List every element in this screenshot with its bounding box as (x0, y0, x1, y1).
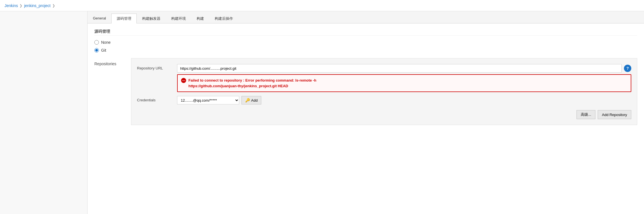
tab-post-build[interactable]: 构建后操作 (209, 14, 238, 23)
breadcrumb: Jenkins ❯ jenkins_project ❯ (5, 3, 55, 8)
add-repository-button[interactable]: Add Repository (598, 110, 631, 119)
radio-git[interactable]: Git (94, 48, 637, 53)
breadcrumb-sep-1: ❯ (19, 4, 22, 8)
url-control-area: ? Failed to connect to repository : Erro… (177, 64, 631, 92)
error-text: Failed to connect to repository : Error … (188, 78, 316, 89)
scm-radio-group: None Git (94, 40, 637, 53)
tab-build-trigger[interactable]: 构建触发器 (137, 14, 166, 23)
top-bar: Jenkins ❯ jenkins_project ❯ (0, 0, 644, 11)
error-icon (181, 78, 186, 83)
credentials-control-area: 12........@qq.com/***** 🔑 Add (177, 96, 631, 104)
key-icon: 🔑 (245, 98, 250, 102)
radio-none-input[interactable] (94, 40, 99, 45)
tab-general[interactable]: General (88, 14, 111, 23)
repositories-label: Repositories (94, 58, 131, 125)
radio-git-label: Git (101, 48, 106, 53)
breadcrumb-project[interactable]: jenkins_project (24, 3, 50, 8)
credentials-select[interactable]: 12........@qq.com/***** (177, 96, 239, 104)
credentials-add-label: Add (251, 98, 258, 102)
sidebar (0, 11, 88, 214)
breadcrumb-sep-2: ❯ (52, 4, 55, 8)
content-area: General 源码管理 构建触发器 构建环境 构建 构建后操作 源码管理 No… (88, 11, 644, 214)
advanced-button[interactable]: 高级... (576, 110, 595, 119)
error-line2: https://github.com/juanjuan-thy/jenkins_… (188, 84, 288, 88)
tab-build-env[interactable]: 构建环境 (166, 14, 191, 23)
tab-build[interactable]: 构建 (191, 14, 209, 23)
repo-panel: Repository URL ? Failed to connect to re… (131, 58, 637, 125)
radio-git-input[interactable] (94, 48, 99, 53)
tabs-bar: General 源码管理 构建触发器 构建环境 构建 构建后操作 (88, 11, 644, 23)
radio-none-label: None (101, 40, 110, 45)
credentials-label: Credentials (137, 96, 174, 102)
repository-url-input[interactable] (177, 64, 622, 73)
credentials-add-button[interactable]: 🔑 Add (242, 96, 261, 104)
credentials-input-row: 12........@qq.com/***** 🔑 Add (177, 96, 631, 104)
section-title: 源码管理 (94, 29, 637, 36)
url-help-button[interactable]: ? (624, 65, 631, 72)
url-input-row: ? (177, 64, 631, 73)
radio-none[interactable]: None (94, 40, 637, 45)
credentials-row-container: Credentials 12........@qq.com/***** 🔑 Ad… (137, 96, 631, 104)
bottom-actions: 高级... Add Repository (137, 110, 631, 119)
error-line1: Failed to connect to repository : Error … (188, 78, 316, 82)
tab-source-mgmt[interactable]: 源码管理 (111, 14, 137, 23)
error-box: Failed to connect to repository : Error … (177, 74, 631, 92)
url-label: Repository URL (137, 64, 174, 70)
breadcrumb-jenkins[interactable]: Jenkins (5, 3, 18, 8)
content-body: 源码管理 None Git Repositories Repository UR… (88, 23, 644, 131)
main-layout: General 源码管理 构建触发器 构建环境 构建 构建后操作 源码管理 No… (0, 11, 644, 214)
url-row: Repository URL ? Failed to connect to re… (137, 64, 631, 92)
repositories-section: Repositories Repository URL ? (94, 58, 637, 125)
